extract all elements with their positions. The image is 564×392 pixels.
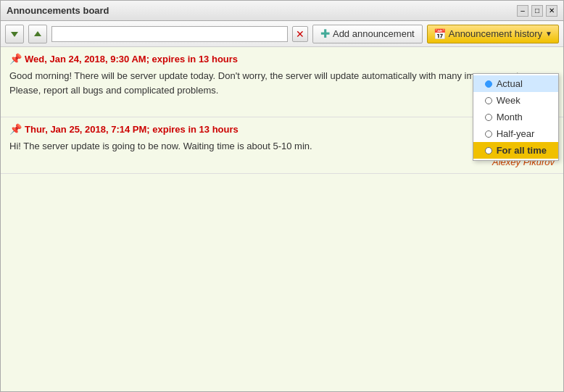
svg-marker-1 <box>34 31 41 36</box>
toolbar: ✕ ✚ Add announcement 📅 Announcement hist… <box>1 21 563 47</box>
arrow-down-icon <box>9 29 20 39</box>
history-dropdown-menu: Actual Week Month Half-year For all time <box>473 73 559 161</box>
dropdown-alltime-label: For all time <box>497 145 547 156</box>
radio-actual-icon <box>485 80 492 88</box>
clear-search-button[interactable]: ✕ <box>292 26 308 42</box>
announcements-window: Announcements board – □ ✕ ✕ ✚ Add announ… <box>0 0 564 392</box>
dropdown-week-label: Week <box>497 95 521 106</box>
dropdown-arrow-icon: ▼ <box>545 30 552 38</box>
search-input[interactable] <box>51 26 288 42</box>
add-announcement-button[interactable]: ✚ Add announcement <box>312 25 423 43</box>
add-announcement-label: Add announcement <box>333 28 415 39</box>
radio-alltime-icon <box>485 147 492 154</box>
close-button[interactable]: ✕ <box>546 5 557 17</box>
pin-icon: 📌 <box>9 53 22 64</box>
svg-marker-0 <box>11 32 18 37</box>
dropdown-halfyear-label: Half-year <box>497 128 535 139</box>
radio-week-icon <box>485 97 492 104</box>
dropdown-month-label: Month <box>497 112 523 122</box>
announcement-date-text: Thur, Jan 25, 2018, 7:14 PM; expires in … <box>25 124 239 135</box>
calendar-icon: 📅 <box>434 28 446 40</box>
title-bar: Announcements board – □ ✕ <box>1 1 563 21</box>
dropdown-item-month[interactable]: Month <box>473 109 558 125</box>
dropdown-item-for-all-time[interactable]: For all time <box>473 142 558 159</box>
announcement-date-text: Wed, Jan 24, 2018, 9:30 AM; expires in 1… <box>25 54 238 64</box>
title-bar-controls: – □ ✕ <box>517 5 557 17</box>
minimize-button[interactable]: – <box>517 5 528 17</box>
dropdown-item-week[interactable]: Week <box>473 92 558 109</box>
dropdown-item-actual[interactable]: Actual <box>473 75 558 92</box>
dropdown-actual-label: Actual <box>497 78 523 89</box>
clear-icon: ✕ <box>296 28 304 40</box>
maximize-button[interactable]: □ <box>531 5 543 17</box>
pin-icon: 📌 <box>9 123 22 135</box>
announcement-history-button[interactable]: 📅 Announcement history ▼ <box>427 25 559 43</box>
nav-up-button[interactable] <box>28 25 47 43</box>
history-label: Announcement history <box>449 28 542 39</box>
dropdown-item-half-year[interactable]: Half-year <box>473 125 558 142</box>
nav-down-button[interactable] <box>5 25 24 43</box>
add-icon: ✚ <box>320 28 330 40</box>
radio-month-icon <box>485 114 492 121</box>
announcement-date: 📌 Wed, Jan 24, 2018, 9:30 AM; expires in… <box>9 53 555 64</box>
window-title: Announcements board <box>7 5 109 16</box>
radio-halfyear-icon <box>485 130 492 138</box>
arrow-up-icon <box>33 29 43 39</box>
